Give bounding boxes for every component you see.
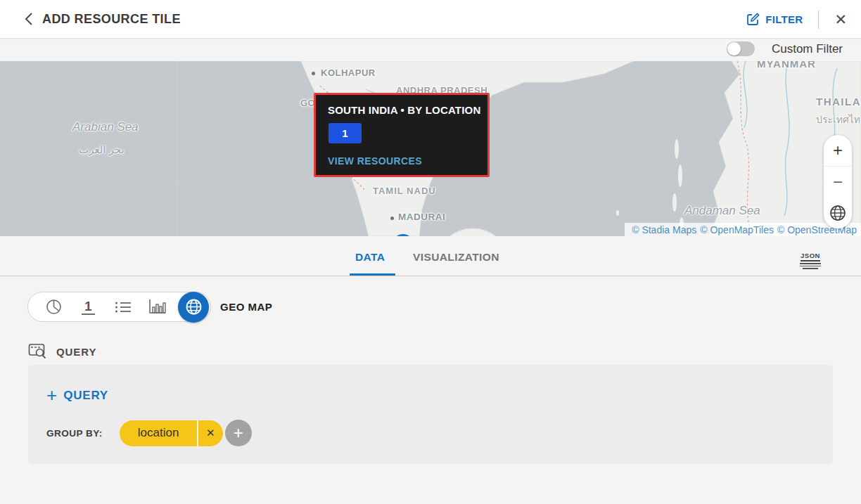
filter-subbar: Custom Filter (0, 39, 861, 61)
filter-label: FILTER (765, 13, 803, 25)
tab-data[interactable]: DATA (355, 251, 385, 264)
geo-map-globe-icon (184, 297, 203, 316)
json-icon: JSON (801, 252, 820, 261)
group-by-label: GROUP BY: (46, 428, 103, 439)
map-label-thailand: THAILAND (816, 96, 861, 108)
view-resources-link[interactable]: VIEW RESOURCES (328, 155, 422, 167)
custom-filter-toggle[interactable] (727, 41, 755, 56)
back-button[interactable] (20, 10, 38, 28)
json-icon-line (800, 266, 821, 267)
bar-chart-icon (148, 299, 167, 315)
tooltip-title: SOUTH INDIA • BY LOCATION (328, 104, 480, 116)
map-label-thailand-native: ประเทศไทย (816, 112, 861, 127)
custom-filter-label: Custom Filter (772, 42, 843, 56)
chart-type-selector: 1 (27, 292, 211, 322)
add-group-by-button[interactable]: + (225, 420, 252, 446)
header-divider (818, 11, 819, 29)
filter-button[interactable]: FILTER (746, 12, 803, 27)
edit-filter-icon (746, 12, 760, 27)
toggle-knob (727, 42, 741, 56)
query-panel: + QUERY GROUP BY: location ✕ + (28, 365, 833, 464)
chart-type-geo-map-button[interactable] (178, 292, 209, 323)
chart-type-bar-button[interactable] (144, 293, 172, 321)
group-by-tag-location[interactable]: location ✕ (120, 420, 223, 446)
chevron-left-icon (23, 11, 34, 27)
query-section-title: QUERY (56, 346, 96, 358)
pie-chart-icon (44, 297, 63, 316)
geo-map-canvas[interactable]: KOLHAPUR ANDHRA PRADESH GO MYANMAR THAIL… (0, 61, 861, 236)
globe-icon (829, 204, 847, 222)
active-chart-type-label: GEO MAP (220, 301, 272, 313)
json-view-button[interactable]: JSON (799, 248, 822, 269)
city-marker-dot (312, 72, 315, 75)
tag-remove-button[interactable]: ✕ (198, 420, 223, 446)
map-label-arabian-sea: Arabian Sea (72, 120, 139, 134)
chart-type-pie-button[interactable] (39, 293, 68, 321)
list-icon (115, 301, 132, 314)
add-query-button[interactable]: + QUERY (46, 387, 108, 404)
plus-icon: + (46, 386, 57, 404)
json-icon-line (803, 268, 818, 269)
tab-visualization[interactable]: VISUALIZATION (413, 251, 499, 264)
add-query-label: QUERY (63, 389, 108, 403)
page-title: ADD RESOURCE TILE (42, 12, 181, 27)
tabbar-divider (0, 276, 861, 276)
query-section-icon (28, 342, 48, 361)
chart-type-single-stat-button[interactable]: 1 (74, 293, 102, 321)
zoom-out-button[interactable]: − (824, 166, 852, 197)
map-label-myanmar: MYANMAR (757, 61, 816, 70)
map-label-kolhapur: KOLHAPUR (321, 67, 376, 78)
tab-bar: DATA VISUALIZATION JSON (0, 236, 861, 276)
map-tooltip: SOUTH INDIA • BY LOCATION 1 VIEW RESOURC… (314, 93, 490, 177)
attribution-stadia-link[interactable]: © Stadia Maps (632, 224, 696, 235)
tooltip-count-badge: 1 (329, 123, 362, 143)
map-zoom-controls: + − (824, 135, 852, 228)
chart-type-list-button[interactable] (109, 293, 137, 321)
zoom-in-button[interactable]: + (824, 135, 852, 166)
tag-value: location (120, 420, 198, 446)
json-icon-line (800, 263, 821, 264)
close-button[interactable]: ✕ (834, 12, 847, 27)
map-label-tamil-nadu: TAMIL NADU (373, 186, 436, 196)
city-marker-dot (390, 217, 394, 220)
single-stat-icon: 1 (82, 299, 95, 315)
map-label-arabian-sea-native: بحر العرب (79, 143, 125, 156)
map-label-andaman-sea: Andaman Sea (684, 204, 760, 218)
attribution-openmaptiles-link[interactable]: © OpenMapTiles (700, 224, 774, 235)
map-label-madurai: MADURAI (398, 212, 445, 222)
top-header: ADD RESOURCE TILE FILTER ✕ (0, 0, 861, 39)
map-projection-button[interactable] (824, 197, 852, 228)
